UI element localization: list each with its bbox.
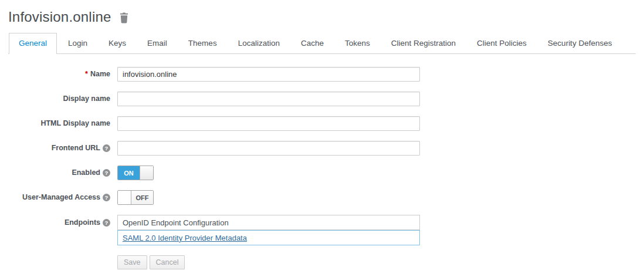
page-header: Infovision.online xyxy=(8,9,636,25)
toggle-off-label: OFF xyxy=(131,191,153,204)
enabled-row: Enabled ? ON xyxy=(8,166,636,180)
html-display-name-input[interactable] xyxy=(117,116,420,131)
endpoint-row-openid: OpenID Endpoint Configuration xyxy=(117,215,420,230)
tab-themes[interactable]: Themes xyxy=(178,33,227,53)
help-icon[interactable]: ? xyxy=(103,169,110,177)
delete-realm-button[interactable] xyxy=(119,12,129,23)
display-name-input[interactable] xyxy=(117,92,420,106)
save-button[interactable]: Save xyxy=(117,255,147,269)
help-icon[interactable]: ? xyxy=(103,144,110,152)
tab-keys[interactable]: Keys xyxy=(99,33,136,53)
tab-localization[interactable]: Localization xyxy=(228,33,290,53)
display-name-row: Display name xyxy=(8,92,636,106)
tab-security-defenses[interactable]: Security Defenses xyxy=(538,33,622,53)
name-label: * Name xyxy=(8,70,110,79)
trash-icon xyxy=(119,12,129,23)
name-row: * Name xyxy=(8,67,636,82)
openid-endpoint-configuration-link[interactable]: OpenID Endpoint Configuration xyxy=(123,218,229,227)
html-display-name-row: HTML Display name xyxy=(8,116,636,131)
frontend-url-input[interactable] xyxy=(117,141,420,156)
tab-client-registration[interactable]: Client Registration xyxy=(381,33,466,53)
saml-identity-provider-metadata-link[interactable]: SAML 2.0 Identity Provider Metadata xyxy=(123,234,247,242)
tab-login[interactable]: Login xyxy=(58,33,97,53)
page-title: Infovision.online xyxy=(8,9,111,25)
general-settings-form: * Name Display name HTML Display name Fr… xyxy=(8,67,636,269)
frontend-url-row: Frontend URL ? xyxy=(8,141,636,156)
enabled-label: Enabled ? xyxy=(8,168,110,177)
toggle-handle xyxy=(140,166,153,180)
endpoint-row-saml: SAML 2.0 Identity Provider Metadata xyxy=(117,230,420,245)
name-input[interactable] xyxy=(117,67,420,82)
tab-general[interactable]: General xyxy=(9,33,57,54)
display-name-label: Display name xyxy=(8,95,110,103)
endpoints-label: Endpoints ? xyxy=(8,215,110,227)
help-icon[interactable]: ? xyxy=(103,219,110,227)
toggle-on-label: ON xyxy=(118,166,140,180)
frontend-url-label: Frontend URL ? xyxy=(8,144,110,153)
cancel-button[interactable]: Cancel xyxy=(150,255,185,269)
enabled-toggle[interactable]: ON xyxy=(117,166,154,180)
endpoints-row: Endpoints ? OpenID Endpoint Configuratio… xyxy=(8,215,636,245)
user-managed-access-toggle[interactable]: OFF xyxy=(117,190,154,205)
tab-cache[interactable]: Cache xyxy=(291,33,334,53)
help-icon[interactable]: ? xyxy=(103,194,110,201)
tab-email[interactable]: Email xyxy=(137,33,177,53)
html-display-name-label: HTML Display name xyxy=(8,119,110,128)
tab-bar: General Login Keys Email Themes Localiza… xyxy=(8,33,636,54)
tab-tokens[interactable]: Tokens xyxy=(335,33,380,53)
required-marker: * xyxy=(85,70,88,79)
form-actions: Save Cancel xyxy=(117,255,636,269)
user-managed-access-label: User-Managed Access ? xyxy=(8,193,110,202)
endpoints-list: OpenID Endpoint Configuration SAML 2.0 I… xyxy=(117,215,420,245)
tab-client-policies[interactable]: Client Policies xyxy=(467,33,537,53)
realm-settings-page: Infovision.online General Login Keys Ema… xyxy=(0,0,644,269)
toggle-handle xyxy=(118,191,131,204)
user-managed-access-row: User-Managed Access ? OFF xyxy=(8,190,636,205)
